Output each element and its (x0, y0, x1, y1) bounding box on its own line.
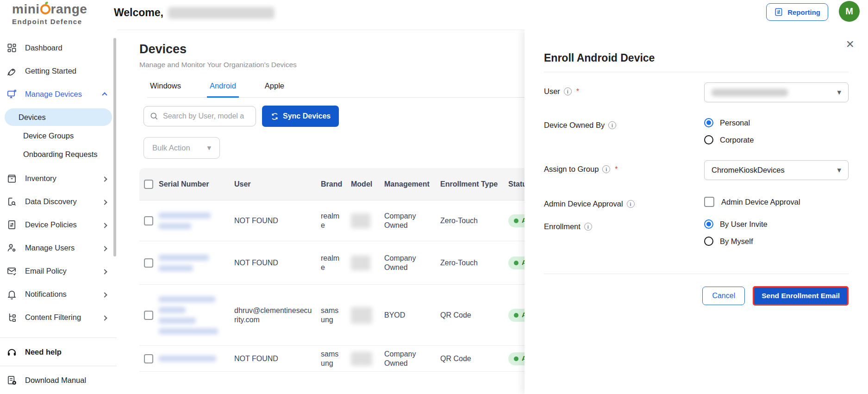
sidebar-subitem-devices[interactable]: Devices (5, 108, 112, 126)
tab-android[interactable]: Android (207, 81, 239, 98)
user-field-row: User i * ▾ (544, 82, 849, 102)
sidebar-subitem-label: Device Groups (23, 131, 74, 140)
rocket-icon (6, 66, 17, 76)
assign-to-group-select[interactable]: ChromeKioskDevices ▾ (704, 160, 849, 180)
chevron-up-icon (103, 90, 106, 99)
info-icon[interactable]: i (608, 121, 616, 129)
radio-personal[interactable]: Personal (704, 118, 849, 127)
assign-to-group-label: Assign to Group i * (544, 160, 704, 174)
device-owned-by-options: Personal Corporate (704, 116, 849, 144)
cell-management: Company Owned (384, 254, 440, 272)
row-checkbox[interactable] (144, 216, 153, 225)
brand-logo: minirange Endpoint Defence (12, 3, 87, 25)
sidebar-subitem-onboarding-requests[interactable]: Onboarding Requests (5, 145, 112, 163)
cell-brand: samsung (321, 350, 351, 368)
cancel-button[interactable]: Cancel (702, 287, 745, 305)
radio-corporate[interactable]: Corporate (704, 135, 849, 144)
info-icon[interactable]: i (602, 165, 610, 173)
send-enrollment-email-button[interactable]: Send Enrollment Email (753, 286, 849, 306)
sidebar-item-label: Manage Users (25, 244, 75, 252)
sidebar-item-notifications[interactable]: Notifications (0, 282, 117, 306)
sidebar-nav: Dashboard Getting Started Manage Devices… (0, 30, 117, 394)
sidebar-item-label: Getting Started (25, 67, 76, 75)
cell-management: Company Owned (384, 350, 440, 368)
search-input[interactable] (163, 112, 245, 120)
chevron-right-icon (103, 290, 106, 299)
data-discovery-icon (6, 196, 17, 207)
checkbox-label: Admin Device Approval (721, 198, 800, 206)
admin-device-approval-checkbox-row[interactable]: Admin Device Approval (704, 195, 849, 207)
panel-title: Enroll Android Device (544, 52, 849, 64)
select-all-checkbox[interactable] (144, 180, 153, 189)
radio-by-myself[interactable]: By Myself (704, 237, 849, 246)
close-icon[interactable]: × (846, 37, 854, 51)
tab-apple[interactable]: Apple (262, 81, 287, 97)
redacted-model (351, 307, 372, 324)
platform-tabs: Windows Android Apple (147, 81, 545, 98)
cell-enrollment-type: Zero-Touch (440, 258, 508, 268)
download-document-icon (6, 375, 17, 386)
chevron-down-icon: ▾ (207, 143, 211, 153)
cell-brand: realme (321, 212, 351, 230)
sidebar-item-data-discovery[interactable]: Data Discovery (0, 190, 117, 213)
sidebar-item-manage-users[interactable]: Manage Users (0, 236, 117, 259)
sidebar-item-getting-started[interactable]: Getting Started (0, 59, 117, 82)
required-asterisk: * (615, 165, 618, 174)
divider (544, 274, 849, 274)
sidebar-item-label: Email Policy (25, 267, 67, 275)
row-checkbox[interactable] (144, 258, 153, 268)
reporting-button[interactable]: Reporting (766, 3, 828, 21)
user-avatar[interactable]: M (839, 1, 860, 22)
device-search[interactable] (144, 106, 256, 126)
cell-enrollment-type: QR Code (440, 311, 508, 320)
bulk-action-select[interactable]: Bulk Action ▾ (144, 137, 220, 159)
sidebar-item-label: Device Policies (25, 220, 77, 229)
enrollment-row: Enrollment i By User Invite By Myself (544, 218, 849, 246)
radio-by-user-invite[interactable]: By User Invite (704, 219, 849, 229)
row-checkbox[interactable] (144, 354, 153, 363)
sidebar-item-need-help[interactable]: Need help (0, 338, 117, 366)
info-icon[interactable]: i (564, 88, 572, 95)
avatar-initial: M (845, 6, 853, 17)
search-icon (150, 112, 159, 121)
sidebar-item-inventory[interactable]: Inventory (0, 167, 117, 190)
top-bar: minirange Endpoint Defence Welcome, Repo… (0, 0, 868, 30)
sidebar-subitem-label: Onboarding Requests (23, 150, 98, 159)
bell-icon (6, 289, 17, 300)
sidebar-scrollbar[interactable] (113, 38, 116, 256)
info-icon[interactable]: i (584, 223, 592, 231)
redacted-serial (159, 296, 228, 334)
sync-devices-button[interactable]: Sync Devices (262, 106, 339, 127)
sync-icon (270, 112, 279, 121)
sidebar-item-content-filtering[interactable]: Content Filtering (0, 306, 117, 329)
sidebar-item-label: Manage Devices (25, 90, 82, 99)
policy-document-icon (6, 219, 17, 230)
sidebar-item-device-policies[interactable]: Device Policies (0, 213, 117, 236)
enrollment-options: By User Invite By Myself (704, 218, 849, 246)
inventory-box-icon (6, 173, 17, 184)
checkbox-unchecked-icon[interactable] (704, 197, 714, 207)
admin-device-approval-label: Admin Device Approval i (544, 195, 704, 208)
user-select[interactable]: ▾ (704, 82, 849, 102)
sidebar-item-dashboard[interactable]: Dashboard (0, 36, 117, 59)
cell-user: NOT FOUND (234, 354, 321, 363)
status-dot-icon (514, 313, 518, 318)
redacted-serial (159, 213, 228, 229)
radio-label: By User Invite (720, 220, 768, 229)
sidebar-item-download-manual[interactable]: Download Manual (0, 366, 117, 394)
redacted-serial (159, 255, 228, 271)
row-checkbox[interactable] (144, 311, 153, 320)
sidebar-item-email-policy[interactable]: Email Policy (0, 259, 117, 282)
chevron-down-icon: ▾ (837, 88, 841, 97)
chevron-right-icon (103, 267, 106, 275)
chevron-down-icon: ▾ (837, 165, 841, 175)
user-field-label: User i * (544, 82, 704, 96)
tab-windows[interactable]: Windows (147, 81, 184, 97)
col-serial-number: Serial Number (159, 180, 234, 189)
manage-devices-submenu: Devices Device Groups Onboarding Request… (0, 107, 117, 164)
sidebar-subitem-device-groups[interactable]: Device Groups (5, 127, 112, 144)
sidebar-item-label: Download Manual (25, 376, 86, 385)
sidebar-item-manage-devices[interactable]: Manage Devices (0, 82, 117, 106)
info-icon[interactable]: i (627, 200, 635, 208)
status-dot-icon (514, 261, 518, 265)
